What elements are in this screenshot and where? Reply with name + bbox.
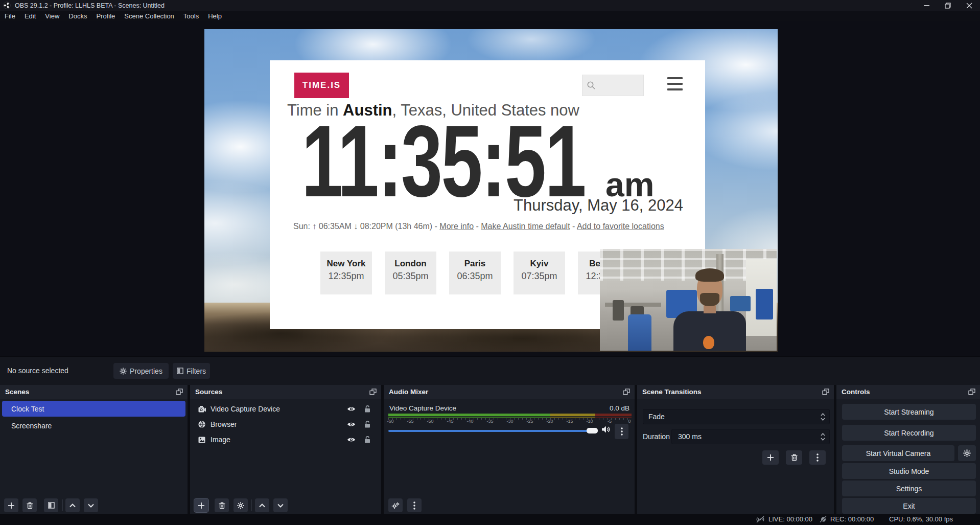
add-scene-button[interactable] <box>4 498 18 512</box>
minimize-button[interactable] <box>916 0 937 11</box>
source-properties-button[interactable] <box>234 498 248 512</box>
timeis-date: Thursday, May 16, 2024 <box>514 196 683 215</box>
visibility-eye-icon[interactable] <box>347 421 356 427</box>
spinbox-arrows-icon[interactable] <box>821 433 825 441</box>
title-bar: OBS 29.1.2 - Profile: LLHLS BETA - Scene… <box>0 0 980 11</box>
broadcast-off-icon <box>755 516 765 523</box>
add-transition-button[interactable] <box>762 450 779 465</box>
scenes-panel: Scenes Clock Test Screenshare <box>0 385 188 514</box>
virtual-camera-config-button[interactable] <box>958 445 976 461</box>
no-source-label: No source selected <box>7 367 68 375</box>
live-status: LIVE: 00:00:00 <box>755 515 812 523</box>
transition-select[interactable]: Fade <box>643 409 830 424</box>
menu-burger-icon <box>667 77 683 90</box>
source-down-button[interactable] <box>273 498 288 512</box>
audio-mixer-panel: Audio Mixer Video Capture Device 0.0 dB … <box>384 385 635 514</box>
menu-view[interactable]: View <box>40 12 64 20</box>
city-box: Kyiv07:35pm <box>514 252 565 294</box>
menu-profile[interactable]: Profile <box>91 12 120 20</box>
city-box: Paris06:35pm <box>449 252 501 294</box>
menu-tools[interactable]: Tools <box>179 12 203 20</box>
source-row-browser[interactable]: Browser <box>190 417 381 432</box>
window-title: OBS 29.1.2 - Profile: LLHLS BETA - Scene… <box>15 2 165 9</box>
start-streaming-button[interactable]: Start Streaming <box>842 404 976 420</box>
remove-scene-button[interactable] <box>22 498 37 512</box>
audio-level-meter <box>388 414 632 416</box>
scene-filters-button[interactable] <box>44 498 58 512</box>
filters-icon <box>177 368 183 374</box>
scene-up-button[interactable] <box>65 498 80 512</box>
visibility-eye-icon[interactable] <box>347 406 356 412</box>
globe-icon <box>198 421 205 428</box>
preview-area: TIME.IS Time in Austin, Texas, United St… <box>0 21 980 356</box>
filters-button[interactable]: Filters <box>173 363 210 379</box>
timeis-logo: TIME.IS <box>294 73 349 98</box>
start-virtual-camera-button[interactable]: Start Virtual Camera <box>842 445 954 461</box>
lock-icon[interactable] <box>364 436 370 443</box>
mixer-title: Audio Mixer <box>389 388 428 396</box>
webcam-overlay <box>600 249 777 351</box>
volume-slider-handle[interactable] <box>587 428 598 433</box>
source-row-video-capture[interactable]: Video Capture Device <box>190 401 381 417</box>
close-button[interactable] <box>959 0 980 11</box>
popout-icon[interactable] <box>968 388 975 397</box>
mixer-db-value: 0.0 dB <box>610 404 629 412</box>
menu-scene-collection[interactable]: Scene Collection <box>120 12 179 20</box>
scene-item-clock-test[interactable]: Clock Test <box>2 401 185 417</box>
menu-file[interactable]: File <box>0 12 20 20</box>
mixer-menu-button[interactable] <box>407 498 422 512</box>
audio-level-meter-2 <box>388 417 632 418</box>
studio-mode-button[interactable]: Studio Mode <box>842 463 976 479</box>
menu-bar: File Edit View Docks Profile Scene Colle… <box>0 11 980 21</box>
exit-button[interactable]: Exit <box>842 498 976 514</box>
source-row-image[interactable]: Image <box>190 432 381 447</box>
cpu-status: CPU: 0.6%, 30.00 fps <box>889 515 953 523</box>
source-up-button[interactable] <box>255 498 269 512</box>
remove-source-button[interactable] <box>215 498 229 512</box>
city-box: London05:35pm <box>385 252 436 294</box>
gear-icon <box>120 368 127 375</box>
menu-help[interactable]: Help <box>203 12 226 20</box>
lock-icon[interactable] <box>364 421 370 428</box>
popout-icon[interactable] <box>176 388 183 397</box>
controls-panel: Controls Start Streaming Start Recording… <box>836 385 980 514</box>
search-icon <box>587 81 596 90</box>
program-video[interactable]: TIME.IS Time in Austin, Texas, United St… <box>204 29 778 352</box>
remove-transition-button[interactable] <box>786 450 802 465</box>
scene-down-button[interactable] <box>84 498 98 512</box>
source-toolbar: No source selected Properties Filters <box>0 356 980 385</box>
scene-transitions-panel: Scene Transitions Fade Duration 300 ms <box>637 385 834 514</box>
add-source-button[interactable] <box>194 498 208 512</box>
scene-item-screenshare[interactable]: Screenshare <box>2 418 185 433</box>
advanced-audio-button[interactable] <box>388 498 403 512</box>
popout-icon[interactable] <box>623 388 630 397</box>
speaker-icon[interactable] <box>601 425 611 436</box>
settings-button[interactable]: Settings <box>842 481 976 496</box>
make-default-link: Make Austin time default <box>481 222 570 231</box>
select-arrows-icon <box>821 413 825 421</box>
timeis-search-box <box>582 75 644 96</box>
sources-panel: Sources Video Capture Device Browser Ima… <box>190 385 381 514</box>
camera-icon <box>198 406 206 413</box>
restore-button[interactable] <box>937 0 959 11</box>
timeis-sun-info: Sun: ↑ 06:35AM ↓ 08:20PM (13h 46m) - Mor… <box>293 222 664 231</box>
volume-slider[interactable] <box>388 430 589 432</box>
menu-docks[interactable]: Docks <box>64 12 91 20</box>
popout-icon[interactable] <box>369 388 377 397</box>
properties-button[interactable]: Properties <box>113 363 169 379</box>
lock-icon[interactable] <box>364 405 370 413</box>
duration-label: Duration <box>643 432 670 441</box>
controls-title: Controls <box>842 388 870 396</box>
duration-spinbox[interactable]: 300 ms <box>671 429 830 444</box>
scenes-title: Scenes <box>5 388 29 396</box>
popout-icon[interactable] <box>822 388 829 397</box>
status-bar: LIVE: 00:00:00 REC: 00:00:00 CPU: 0.6%, … <box>0 514 980 525</box>
transition-properties-button[interactable] <box>809 450 826 465</box>
sources-title: Sources <box>195 388 222 396</box>
menu-edit[interactable]: Edit <box>20 12 40 20</box>
start-recording-button[interactable]: Start Recording <box>842 425 976 441</box>
mixer-options-button[interactable] <box>615 424 628 439</box>
city-box: New York12:35pm <box>320 252 372 294</box>
more-info-link: More info <box>439 222 474 231</box>
visibility-eye-icon[interactable] <box>347 437 356 443</box>
